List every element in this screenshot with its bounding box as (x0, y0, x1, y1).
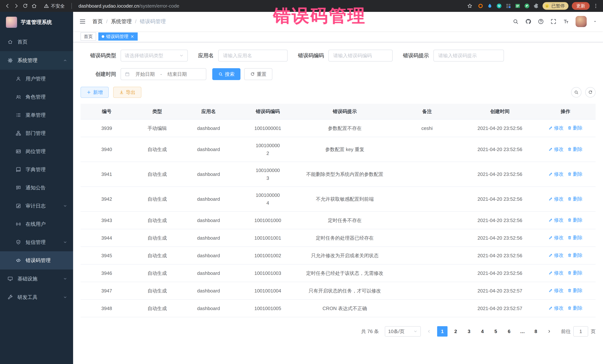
page-button-1[interactable]: 1 (437, 326, 448, 337)
url-bar[interactable]: dashboard.yudao.iocoder.cn/system/error-… (79, 3, 179, 9)
delete-link[interactable]: 删除 (567, 216, 583, 224)
delete-link[interactable]: 删除 (567, 251, 583, 259)
delete-link[interactable]: 删除 (567, 234, 583, 242)
edit-link[interactable]: 修改 (548, 234, 564, 242)
edit-link[interactable]: 修改 (548, 170, 564, 178)
sidebar-item-6[interactable]: 岗位管理 (0, 142, 73, 161)
github-icon[interactable] (525, 18, 531, 25)
delete-link[interactable]: 删除 (567, 170, 583, 178)
onetab-extension-icon[interactable] (515, 3, 521, 9)
reload-icon[interactable] (22, 3, 28, 9)
column-header-0: 编号 (81, 104, 133, 119)
font-size-icon[interactable] (563, 18, 569, 25)
fullscreen-icon[interactable] (550, 18, 557, 25)
jump-page-input[interactable] (573, 326, 588, 337)
page-button-8[interactable]: 8 (531, 326, 541, 337)
app-name-input[interactable] (218, 50, 288, 62)
edit-link[interactable]: 修改 (548, 195, 564, 203)
cell-message: CRON 表达式不正确 (300, 299, 389, 317)
add-button[interactable]: 新增 (81, 87, 109, 98)
delete-link[interactable]: 删除 (567, 124, 583, 132)
back-icon[interactable] (4, 3, 10, 9)
cell-message: 不允许获取敏感配置到前端 (300, 187, 389, 211)
sidebar-item-8[interactable]: 通知公告 (0, 179, 73, 197)
tag-home[interactable]: 首页 (81, 33, 96, 41)
table-body: 3939手动编辑dashboard1001000001参数配置不存在ceshi2… (81, 119, 596, 317)
sidebar-item-3[interactable]: 角色管理 (0, 88, 73, 106)
error-type-select[interactable]: 请选择错误码类型 (121, 50, 188, 62)
error-message-input[interactable] (433, 50, 504, 62)
edit-link[interactable]: 修改 (548, 216, 564, 224)
pagination-total: 共 76 条 (361, 328, 379, 335)
record-extension-icon[interactable] (477, 3, 484, 9)
sidebar-item-7[interactable]: 字典管理 (0, 161, 73, 179)
browser-menu-icon[interactable] (593, 3, 599, 9)
page-button-5[interactable]: 5 (491, 326, 501, 337)
extensions-puzzle-icon[interactable] (533, 3, 539, 9)
edit-link[interactable]: 修改 (548, 251, 564, 259)
delete-link[interactable]: 删除 (567, 287, 583, 294)
error-message-label: 错误码提示 (403, 52, 429, 59)
tag-close-icon[interactable] (130, 34, 134, 39)
delete-link[interactable]: 删除 (567, 304, 583, 312)
droplet-extension-icon[interactable] (487, 3, 493, 9)
sidebar-item-4[interactable]: 菜单管理 (0, 106, 73, 124)
sidebar-item-12[interactable]: 错误码管理 (0, 251, 73, 269)
delete-link[interactable]: 删除 (567, 145, 583, 153)
sidebar-logo[interactable]: 芋道管理系统 (0, 12, 73, 33)
reset-button[interactable]: 重置 (244, 68, 272, 80)
sidebar-item-0[interactable]: 首页 (0, 33, 73, 51)
vue-devtools-extension-icon[interactable] (496, 3, 502, 9)
edit-link[interactable]: 修改 (548, 304, 564, 312)
date-start-input[interactable] (131, 71, 159, 77)
edit-link[interactable]: 修改 (548, 124, 564, 132)
breadcrumb-home[interactable]: 首页 (93, 18, 103, 25)
leaf-extension-icon[interactable] (524, 3, 530, 9)
user-avatar[interactable] (576, 16, 587, 27)
bookmark-star-icon[interactable] (467, 3, 473, 9)
edit-link[interactable]: 修改 (548, 145, 564, 153)
grid-extension-icon[interactable] (505, 3, 511, 9)
hamburger-icon[interactable] (79, 18, 86, 25)
delete-link[interactable]: 删除 (567, 195, 583, 203)
export-button[interactable]: 导出 (113, 87, 141, 98)
sidebar-item-9[interactable]: 审计日志 (0, 197, 73, 215)
page-button-2[interactable]: 2 (451, 326, 461, 337)
sidebar-item-13[interactable]: 基础设施 (0, 269, 73, 288)
update-button[interactable]: 更新 (572, 2, 590, 10)
help-icon[interactable] (538, 18, 544, 25)
more-pages-button[interactable]: … (517, 326, 528, 337)
edit-link[interactable]: 修改 (548, 287, 564, 294)
security-indicator[interactable]: 不安全 (44, 3, 65, 9)
forward-icon[interactable] (13, 3, 19, 9)
breadcrumb-system[interactable]: 系统管理 (111, 18, 132, 25)
refresh-table-button[interactable] (585, 87, 596, 98)
sidebar-item-11[interactable]: 短信管理 (0, 233, 73, 251)
avatar-caret-down-icon[interactable] (593, 20, 597, 23)
header-search-icon[interactable] (512, 18, 519, 25)
page-button-6[interactable]: 6 (504, 326, 514, 337)
search-button[interactable]: 搜索 (212, 68, 241, 80)
sidebar-item-10[interactable]: 在线用户 (0, 215, 73, 233)
browser-home-icon[interactable] (31, 3, 37, 9)
toggle-search-button[interactable] (571, 87, 581, 98)
sidebar-item-1[interactable]: 系统管理 (0, 51, 73, 70)
error-code-input[interactable] (328, 50, 393, 62)
sidebar-item-14[interactable]: 研发工具 (0, 288, 73, 307)
next-page-button[interactable] (544, 326, 554, 337)
edit-link[interactable]: 修改 (548, 269, 564, 277)
page-button-3[interactable]: 3 (464, 326, 474, 337)
date-end-input[interactable] (163, 71, 191, 77)
delete-link[interactable]: 删除 (567, 269, 583, 277)
sidebar-item-5[interactable]: 部门管理 (0, 124, 73, 142)
page-button-4[interactable]: 4 (477, 326, 487, 337)
cell-remark (390, 247, 464, 264)
prev-page-button[interactable] (424, 326, 434, 337)
paused-badge[interactable]: 已暂停 (543, 2, 568, 10)
cell-actions: 修改删除 (535, 299, 596, 317)
page-size-select[interactable]: 10条/页 (385, 326, 421, 337)
sidebar-item-2[interactable]: 用户管理 (0, 70, 73, 88)
tag-error-code[interactable]: 错误码管理 (98, 33, 138, 41)
date-range-picker[interactable]: - (121, 68, 206, 80)
megaphone-icon (16, 185, 21, 190)
